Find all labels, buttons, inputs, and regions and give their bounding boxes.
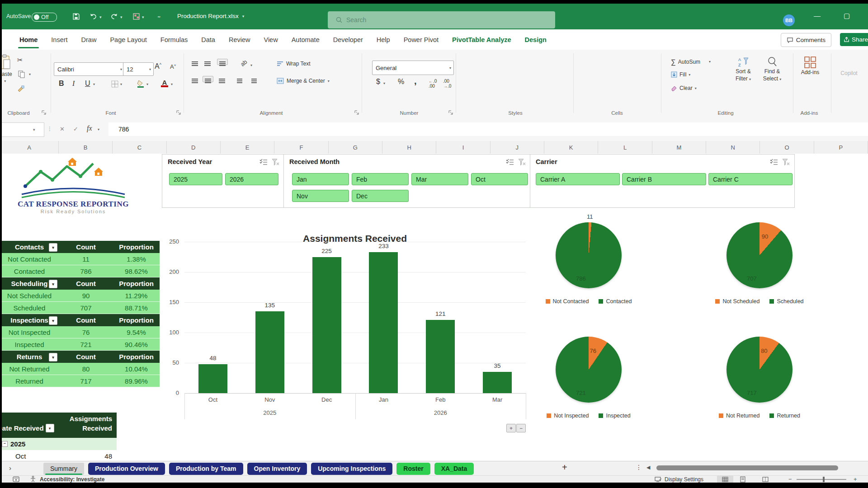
align-top-icon[interactable] xyxy=(192,61,198,62)
display-settings-button[interactable]: Display Settings xyxy=(665,476,703,483)
bar-jan[interactable] xyxy=(369,252,398,393)
quick-access-chevron-icon[interactable]: ▾ xyxy=(142,15,144,19)
slicer-year-2025[interactable]: 2025 xyxy=(169,173,222,185)
column-header-N[interactable]: N xyxy=(706,141,760,154)
menu-tab-formulas[interactable]: Formulas xyxy=(154,29,194,50)
slicer-carrier-carrier-c[interactable]: Carrier C xyxy=(708,173,793,185)
font-name-select[interactable]: Calibri▾ xyxy=(54,62,125,76)
pie-chart-contacts[interactable]: 11786Not ContactedContacted xyxy=(507,212,670,310)
menu-tab-power-pivot[interactable]: Power Pivot xyxy=(397,29,445,50)
decrease-indent-icon[interactable] xyxy=(237,79,242,80)
slicer-month-mar[interactable]: Mar xyxy=(411,173,468,185)
filter-dropdown-icon[interactable]: ▾ xyxy=(49,353,57,361)
slicer-carrier-carrier-b[interactable]: Carrier B xyxy=(622,173,706,185)
column-header-M[interactable]: M xyxy=(652,141,706,154)
merge-center-button[interactable]: Merge & Center ▾ xyxy=(277,78,330,84)
bar-feb[interactable] xyxy=(426,320,455,393)
chart-zoom-out-button[interactable]: − xyxy=(516,424,526,432)
macro-record-icon[interactable] xyxy=(13,476,19,482)
bold-button[interactable]: B xyxy=(59,80,64,88)
menu-tab-automate[interactable]: Automate xyxy=(285,29,326,50)
sheet-tab-xa-data[interactable]: XA_Data xyxy=(434,463,474,475)
expand-toggle-icon[interactable]: − xyxy=(2,441,8,447)
restore-button[interactable]: ▢ xyxy=(844,12,850,20)
font-launcher-icon[interactable] xyxy=(176,110,181,115)
comments-button[interactable]: Comments xyxy=(781,33,831,47)
menu-tab-draw[interactable]: Draw xyxy=(75,29,104,50)
multi-select-icon[interactable] xyxy=(770,159,778,165)
clipboard-launcher-icon[interactable] xyxy=(42,110,47,115)
pivot-filter-dropdown[interactable]: ▾ xyxy=(46,424,54,432)
add-ins-button[interactable]: Add-ins xyxy=(797,56,824,76)
filter-dropdown-icon[interactable]: ▾ xyxy=(49,243,57,252)
clear-filter-icon[interactable] xyxy=(782,159,790,165)
sheet-tab-production-overview[interactable]: Production Overview xyxy=(88,463,165,475)
fill-color-icon[interactable] xyxy=(137,80,145,88)
column-header-F[interactable]: F xyxy=(274,141,328,154)
font-size-select[interactable]: 12▾ xyxy=(123,62,154,76)
pivot-table-preview[interactable]: Assignments Date Received ▾ Received −20… xyxy=(0,413,117,461)
fill-color-chevron-icon[interactable]: ▾ xyxy=(146,82,148,86)
decrease-font-icon[interactable]: A˅ xyxy=(170,63,176,70)
qat-customize-icon[interactable]: ≂ xyxy=(157,14,161,19)
redo-chevron-icon[interactable]: ▾ xyxy=(120,15,123,19)
bar-dec[interactable] xyxy=(312,257,341,394)
document-title[interactable]: Production Report.xlsx ▾ xyxy=(177,13,244,19)
column-header-A[interactable]: A xyxy=(0,141,59,154)
undo-icon[interactable] xyxy=(90,13,97,20)
font-color-icon[interactable]: A xyxy=(161,79,168,87)
autosave-toggle[interactable]: Off xyxy=(32,13,57,22)
slicer-carrier-carrier-a[interactable]: Carrier A xyxy=(536,173,620,185)
column-header-C[interactable]: C xyxy=(113,141,166,154)
borders-icon[interactable] xyxy=(111,80,118,88)
align-middle-icon[interactable] xyxy=(204,61,211,62)
column-header-L[interactable]: L xyxy=(598,141,652,154)
multi-select-icon[interactable] xyxy=(506,159,514,165)
currency-icon[interactable]: $ xyxy=(376,78,380,86)
confirm-entry-icon[interactable]: ✓ xyxy=(73,126,78,132)
zoom-out-button[interactable]: − xyxy=(788,476,792,483)
multi-select-icon[interactable] xyxy=(259,159,268,165)
avatar[interactable]: BB xyxy=(783,14,795,26)
align-left-icon[interactable] xyxy=(192,79,198,80)
column-header-E[interactable]: E xyxy=(221,141,274,154)
metrics-row-not-returned[interactable]: Not Returned8010.04% xyxy=(0,363,160,375)
metrics-row-not-scheduled[interactable]: Not Scheduled9011.29% xyxy=(0,290,160,302)
clear-button[interactable]: Clear ▾ xyxy=(671,85,697,91)
sheet-tab-open-inventory[interactable]: Open Inventory xyxy=(247,463,307,475)
slicer-month-jan[interactable]: Jan xyxy=(292,173,349,185)
menu-tab-review[interactable]: Review xyxy=(222,29,257,50)
align-bottom-icon[interactable] xyxy=(217,59,228,65)
menu-tab-insert[interactable]: Insert xyxy=(44,29,74,50)
column-header-P[interactable]: P xyxy=(814,141,868,154)
metrics-row-not-inspected[interactable]: Not Inspected769.54% xyxy=(0,326,160,338)
zoom-slider-track[interactable] xyxy=(797,479,846,480)
increase-decimal-icon[interactable]: ←.0.00 xyxy=(429,79,437,89)
clear-filter-icon[interactable] xyxy=(272,159,279,165)
metrics-row-scheduled[interactable]: Scheduled70788.71% xyxy=(0,302,160,314)
slicer-month-oct[interactable]: Oct xyxy=(471,173,528,185)
comma-style-icon[interactable]: , xyxy=(414,76,417,86)
search-input[interactable]: Search xyxy=(328,11,555,28)
view-page-layout-button[interactable] xyxy=(740,476,746,483)
column-header-H[interactable]: H xyxy=(382,141,436,154)
sheet-tab-roster[interactable]: Roster xyxy=(396,463,430,475)
pie-chart-scheduling[interactable]: 90707Not ScheduledScheduled xyxy=(678,212,841,310)
column-header-D[interactable]: D xyxy=(167,141,221,154)
undo-chevron-icon[interactable]: ▾ xyxy=(99,15,102,19)
orientation-chevron-icon[interactable]: ▾ xyxy=(250,63,252,67)
slicer-month-dec[interactable]: Dec xyxy=(352,190,409,202)
find-select-button[interactable]: Find & Select ▾ xyxy=(758,56,787,83)
menu-tab-page-layout[interactable]: Page Layout xyxy=(103,29,153,50)
wrap-text-button[interactable]: Wrap Text xyxy=(277,61,311,67)
menu-tab-home[interactable]: Home xyxy=(13,29,44,50)
italic-button[interactable]: I xyxy=(72,80,75,88)
metrics-row-returned[interactable]: Returned71789.96% xyxy=(0,375,160,387)
formula-chevron-icon[interactable]: ▾ xyxy=(98,127,99,131)
orientation-icon[interactable]: ab xyxy=(239,58,249,68)
insert-function-icon[interactable]: fx xyxy=(87,124,92,132)
fill-button[interactable]: Fill ▾ xyxy=(671,71,690,78)
autosum-button[interactable]: ∑ AutoSum ▾ xyxy=(671,58,711,66)
filter-dropdown-icon[interactable]: ▾ xyxy=(49,316,57,325)
align-center-icon[interactable] xyxy=(203,76,213,82)
